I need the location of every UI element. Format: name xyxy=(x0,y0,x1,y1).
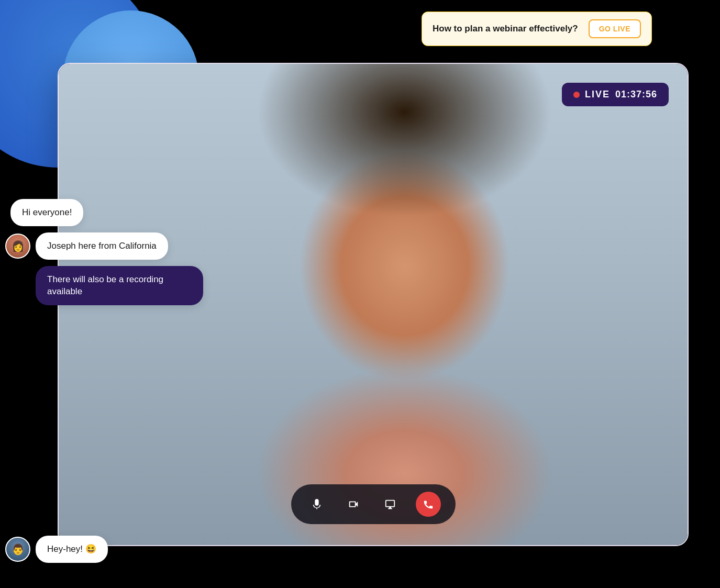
avatar-joseph: 👩 xyxy=(5,234,30,259)
controls-bar xyxy=(291,484,456,524)
live-indicator-dot xyxy=(573,92,580,98)
avatar-man-inner: 👨 xyxy=(6,538,29,561)
end-call-button[interactable] xyxy=(416,492,441,517)
live-label: LIVE xyxy=(585,89,610,100)
chat-message-recording: There will also be a recording available xyxy=(47,274,163,297)
chat-bottom: 👨 Hey-hey! 😆 xyxy=(5,536,108,563)
screen-share-icon xyxy=(384,498,396,510)
notification-question: How to plan a webinar effectively? xyxy=(433,24,578,34)
notification-bar: How to plan a webinar effectively? GO LI… xyxy=(422,12,652,46)
scene: How to plan a webinar effectively? GO LI… xyxy=(0,0,720,588)
chat-row-1: Hi everyone! xyxy=(5,199,203,226)
chat-row-3: There will also be a recording available xyxy=(5,266,203,306)
chat-bubble-recording: There will also be a recording available xyxy=(36,266,203,306)
chat-bubble-joseph: Joseph here from California xyxy=(36,232,168,260)
microphone-icon xyxy=(311,498,323,510)
screen-share-button[interactable] xyxy=(379,493,401,515)
avatar-woman-inner: 👩 xyxy=(6,235,29,258)
end-call-icon xyxy=(423,498,434,510)
chat-message-bottom: Hey-hey! 😆 xyxy=(47,544,96,554)
chat-bubble-bottom: Hey-hey! 😆 xyxy=(36,536,108,563)
camera-button[interactable] xyxy=(342,493,364,515)
chat-row-2: 👩 Joseph here from California xyxy=(5,232,203,260)
go-live-button[interactable]: GO LIVE xyxy=(589,19,641,38)
microphone-button[interactable] xyxy=(306,493,328,515)
chat-bubble-hi: Hi everyone! xyxy=(10,199,83,226)
chat-message-hi: Hi everyone! xyxy=(22,207,72,217)
chat-message-joseph: Joseph here from California xyxy=(47,241,157,251)
live-timer: 01:37:56 xyxy=(615,89,657,100)
avatar-man: 👨 xyxy=(5,537,30,562)
live-badge: LIVE 01:37:56 xyxy=(562,83,669,106)
camera-icon xyxy=(348,498,359,510)
chat-container: Hi everyone! 👩 Joseph here from Californ… xyxy=(0,199,203,305)
